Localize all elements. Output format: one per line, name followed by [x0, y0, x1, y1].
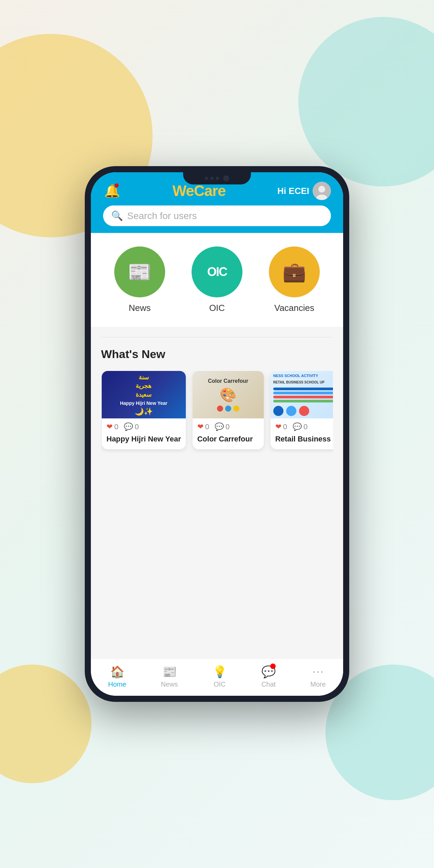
category-oic-circle: OIC	[192, 246, 242, 297]
notch-dot-3	[216, 177, 219, 180]
comment-icon-3: 💬	[293, 422, 302, 431]
heart-icon-2: ❤	[197, 422, 203, 431]
nav-item-oic[interactable]: 💡 OIC	[213, 665, 227, 688]
category-vacancies-label: Vacancies	[274, 303, 314, 313]
news-card-retail-body: ❤ 0 💬 0 Retail Business School | Septe..…	[271, 418, 333, 449]
comment-icon-2: 💬	[215, 422, 224, 431]
news-icon: 📰	[128, 261, 152, 283]
category-vacancies-circle: 💼	[269, 246, 320, 297]
phone-frame: 🔔 WeCare Hi ECEI	[85, 166, 349, 702]
main-content: 📰 News OIC OIC 💼 Vacancies	[91, 233, 343, 658]
more-nav-label: More	[310, 680, 326, 688]
news-card-retail-stats: ❤ 0 💬 0	[275, 422, 333, 431]
carrefour-comment-count: 0	[225, 422, 230, 431]
hijri-comment-count: 0	[135, 422, 139, 431]
category-oic-label: OIC	[209, 303, 225, 313]
notch-camera	[223, 175, 229, 181]
category-vacancies[interactable]: 💼 Vacancies	[269, 246, 320, 313]
news-card-hijri-image: سنةهجريةسعيدة Happy Hijri New Year 🌙✨	[102, 371, 186, 418]
news-nav-icon: 📰	[162, 665, 177, 678]
more-nav-icon: ⋯	[312, 665, 324, 678]
search-placeholder: Search for users	[127, 211, 197, 221]
news-card-carrefour-image: Color Carrefour 🎨	[193, 371, 264, 418]
retail-likes: ❤ 0	[275, 422, 287, 431]
retail-comment-count: 0	[303, 422, 308, 431]
carrefour-likes: ❤ 0	[197, 422, 209, 431]
spacer-bottom	[91, 459, 343, 470]
news-card-carrefour[interactable]: Color Carrefour 🎨	[193, 371, 264, 449]
whats-new-title: What's New	[101, 348, 333, 361]
heart-icon-3: ❤	[275, 422, 281, 431]
phone-notch	[183, 172, 251, 184]
whats-new-section: What's New سنةهجريةسعيدة Happy Hijri New…	[91, 337, 343, 459]
search-bar[interactable]: 🔍 Search for users	[103, 205, 331, 226]
category-news-circle: 📰	[114, 246, 165, 297]
news-card-retail[interactable]: NESS SCHOOL ACTIVITY RETAIL BUSINESS SCH…	[271, 371, 333, 449]
heart-icon: ❤	[106, 422, 113, 431]
avatar-svg	[313, 182, 331, 200]
spacer-1	[91, 327, 343, 337]
hijri-title: Happy Hijri New Year	[106, 434, 181, 445]
svg-point-1	[318, 186, 325, 193]
oic-nav-label: OIC	[214, 680, 226, 688]
news-card-carrefour-body: ❤ 0 💬 0 Color Carrefour	[193, 418, 264, 449]
hijri-like-count: 0	[114, 422, 118, 431]
notch-dots	[205, 177, 219, 180]
logo-care: Care	[194, 182, 226, 199]
notch-dot-2	[210, 177, 214, 180]
oic-icon-text: OIC	[207, 265, 227, 279]
hijri-likes: ❤ 0	[106, 422, 118, 431]
hijri-comments: 💬 0	[124, 422, 139, 431]
home-icon: 🏠	[110, 665, 124, 678]
news-card-retail-image: NESS SCHOOL ACTIVITY RETAIL BUSINESS SCH…	[271, 371, 333, 418]
nav-item-chat[interactable]: 💬 Chat	[261, 665, 276, 688]
category-news[interactable]: 📰 News	[114, 246, 165, 313]
categories-section: 📰 News OIC OIC 💼 Vacancies	[91, 233, 343, 327]
carrefour-like-count: 0	[205, 422, 209, 431]
news-card-hijri-stats: ❤ 0 💬 0	[106, 422, 181, 431]
retail-title: Retail Business School | Septe...	[275, 434, 333, 445]
search-icon: 🔍	[111, 210, 123, 221]
news-nav-label: News	[161, 680, 178, 688]
carrefour-comments: 💬 0	[215, 422, 230, 431]
app-logo: WeCare	[173, 182, 226, 199]
home-label: Home	[108, 680, 126, 688]
notification-badge	[114, 183, 119, 188]
news-card-hijri[interactable]: سنةهجريةسعيدة Happy Hijri New Year 🌙✨ ❤ …	[102, 371, 186, 449]
bg-blob-yellow-bottom	[0, 665, 92, 783]
chat-nav-icon: 💬	[261, 665, 276, 678]
notch-dot-1	[205, 177, 208, 180]
carrefour-title: Color Carrefour	[197, 434, 259, 445]
category-news-label: News	[129, 303, 151, 313]
chat-badge	[270, 664, 276, 669]
category-oic[interactable]: OIC OIC	[192, 246, 242, 313]
chat-nav-label: Chat	[261, 680, 276, 688]
comment-icon: 💬	[124, 422, 133, 431]
bottom-nav: 🏠 Home 📰 News 💡 OIC 💬 Chat ⋯ More	[91, 658, 343, 696]
user-area[interactable]: Hi ECEI	[277, 182, 331, 200]
nav-item-more[interactable]: ⋯ More	[310, 665, 326, 688]
avatar[interactable]	[313, 182, 331, 200]
oic-nav-icon: 💡	[213, 665, 227, 678]
vacancies-icon: 💼	[282, 261, 306, 283]
news-card-carrefour-stats: ❤ 0 💬 0	[197, 422, 259, 431]
news-card-hijri-body: ❤ 0 💬 0 Happy Hijri New Year	[102, 418, 186, 449]
header-top: 🔔 WeCare Hi ECEI	[103, 182, 331, 200]
nav-item-home[interactable]: 🏠 Home	[108, 665, 126, 688]
news-scroll-container[interactable]: سنةهجريةسعيدة Happy Hijri New Year 🌙✨ ❤ …	[101, 371, 333, 453]
bg-blob-teal-top	[298, 17, 434, 186]
phone-screen: 🔔 WeCare Hi ECEI	[91, 172, 343, 696]
retail-comments: 💬 0	[293, 422, 308, 431]
greeting-text: Hi ECEI	[277, 186, 309, 196]
retail-like-count: 0	[283, 422, 287, 431]
logo-we: We	[173, 182, 194, 199]
notification-bell[interactable]: 🔔	[103, 182, 121, 200]
nav-item-news[interactable]: 📰 News	[161, 665, 178, 688]
